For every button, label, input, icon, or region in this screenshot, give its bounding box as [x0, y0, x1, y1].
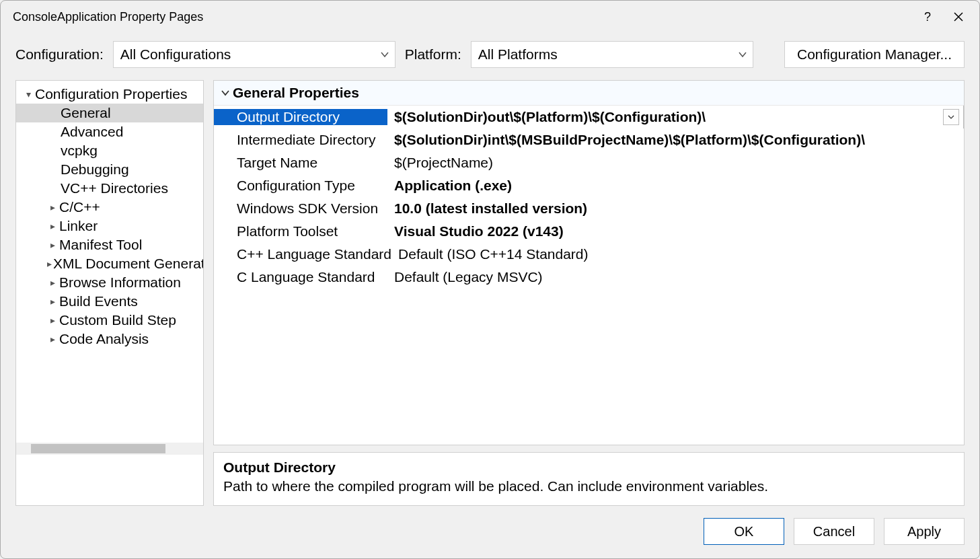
tree-item-advanced[interactable]: Advanced: [16, 122, 203, 141]
titlebar: ConsoleApplication Property Pages ?: [1, 1, 979, 33]
tree-item-debugging[interactable]: Debugging: [16, 160, 203, 179]
property-group-header[interactable]: General Properties: [214, 81, 964, 106]
prop-value[interactable]: Visual Studio 2022 (v143): [387, 223, 964, 239]
tree-item-vcpkg[interactable]: vcpkg: [16, 141, 203, 160]
chevron-down-icon: [948, 114, 954, 120]
dialog-footer: OK Cancel Apply: [1, 506, 979, 558]
prop-name: Intermediate Directory: [214, 132, 387, 148]
close-icon: [954, 12, 963, 22]
property-grid: General Properties Output Directory $(So…: [213, 80, 965, 445]
prop-value[interactable]: $(SolutionDir)int\$(MSBuildProjectName)\…: [387, 132, 964, 148]
tree-item-xmldoc[interactable]: ▸XML Document Generator: [16, 254, 203, 273]
tree-item-linker[interactable]: ▸Linker: [16, 217, 203, 235]
help-button[interactable]: ?: [912, 4, 943, 30]
expand-icon: ▸: [47, 334, 58, 344]
row-windows-sdk-version[interactable]: Windows SDK Version 10.0 (latest install…: [214, 197, 964, 220]
prop-value[interactable]: 10.0 (latest installed version): [387, 200, 964, 217]
description-body: Path to where the compiled program will …: [223, 478, 954, 494]
row-output-directory[interactable]: Output Directory $(SolutionDir)out\$(Pla…: [214, 106, 964, 128]
row-platform-toolset[interactable]: Platform Toolset Visual Studio 2022 (v14…: [214, 220, 964, 243]
prop-name: Target Name: [214, 155, 387, 171]
expand-icon: ▸: [47, 315, 58, 326]
prop-name: Platform Toolset: [214, 223, 387, 239]
tree-root-config-properties[interactable]: ▾ Configuration Properties: [16, 85, 203, 104]
tree-item-browse[interactable]: ▸Browse Information: [16, 273, 203, 292]
prop-value[interactable]: $(SolutionDir)out\$(Platform)\$(Configur…: [387, 109, 943, 125]
expand-icon: ▸: [47, 296, 58, 307]
close-button[interactable]: [943, 4, 974, 30]
scrollbar-thumb[interactable]: [31, 444, 165, 453]
prop-name: C Language Standard: [214, 269, 387, 285]
tree-item-general[interactable]: General: [16, 104, 203, 122]
expand-icon: ▸: [47, 277, 58, 288]
prop-value[interactable]: Application (.exe): [387, 178, 964, 194]
chevron-down-icon: [218, 88, 233, 98]
collapse-icon: ▾: [23, 89, 34, 100]
expand-icon: ▸: [47, 239, 58, 250]
prop-name: Windows SDK Version: [214, 200, 387, 217]
description-title: Output Directory: [223, 459, 954, 476]
tree-item-vcdirs[interactable]: VC++ Directories: [16, 179, 203, 198]
prop-value[interactable]: Default (ISO C++14 Standard): [391, 246, 964, 262]
prop-name: C++ Language Standard: [214, 246, 391, 262]
window-title: ConsoleApplication Property Pages: [13, 10, 912, 24]
expand-icon: ▸: [47, 221, 58, 231]
apply-button[interactable]: Apply: [884, 518, 965, 545]
chevron-down-icon: [380, 46, 389, 63]
prop-name: Configuration Type: [214, 178, 387, 194]
configuration-dropdown[interactable]: All Configurations: [113, 41, 395, 68]
prop-value[interactable]: $(ProjectName): [387, 155, 964, 171]
property-pages-dialog: ConsoleApplication Property Pages ? Conf…: [0, 0, 980, 559]
configuration-value: All Configurations: [120, 46, 231, 63]
value-dropdown-button[interactable]: [943, 109, 959, 125]
row-intermediate-directory[interactable]: Intermediate Directory $(SolutionDir)int…: [214, 128, 964, 151]
main-area: ▾ Configuration Properties General Advan…: [1, 80, 979, 506]
right-column: General Properties Output Directory $(So…: [213, 80, 965, 506]
tree-item-manifest[interactable]: ▸Manifest Tool: [16, 235, 203, 254]
platform-value: All Platforms: [478, 46, 558, 63]
prop-value[interactable]: Default (Legacy MSVC): [387, 269, 964, 285]
tree-item-codeanalysis[interactable]: ▸Code Analysis: [16, 330, 203, 348]
row-cpp-language-standard[interactable]: C++ Language Standard Default (ISO C++14…: [214, 243, 964, 266]
description-panel: Output Directory Path to where the compi…: [213, 452, 965, 506]
ok-button[interactable]: OK: [704, 518, 784, 545]
row-c-language-standard[interactable]: C Language Standard Default (Legacy MSVC…: [214, 266, 964, 289]
prop-name: Output Directory: [214, 109, 387, 125]
property-group-title: General Properties: [233, 85, 359, 101]
property-rows: Output Directory $(SolutionDir)out\$(Pla…: [214, 106, 964, 445]
configuration-label: Configuration:: [15, 46, 104, 63]
row-target-name[interactable]: Target Name $(ProjectName): [214, 151, 964, 174]
platform-label: Platform:: [405, 46, 461, 63]
expand-icon: ▸: [47, 258, 52, 269]
expand-icon: ▸: [47, 202, 58, 213]
configuration-manager-button[interactable]: Configuration Manager...: [784, 41, 965, 68]
chevron-down-icon: [738, 46, 747, 63]
platform-dropdown[interactable]: All Platforms: [471, 41, 753, 68]
row-configuration-type[interactable]: Configuration Type Application (.exe): [214, 174, 964, 197]
cancel-button[interactable]: Cancel: [794, 518, 874, 545]
tree-item-ccpp[interactable]: ▸C/C++: [16, 198, 203, 217]
config-toolbar: Configuration: All Configurations Platfo…: [1, 33, 979, 80]
tree-item-custombuild[interactable]: ▸Custom Build Step: [16, 311, 203, 330]
tree-item-buildevents[interactable]: ▸Build Events: [16, 292, 203, 311]
nav-tree[interactable]: ▾ Configuration Properties General Advan…: [15, 80, 204, 506]
tree-scrollbar-horizontal[interactable]: [16, 443, 203, 455]
